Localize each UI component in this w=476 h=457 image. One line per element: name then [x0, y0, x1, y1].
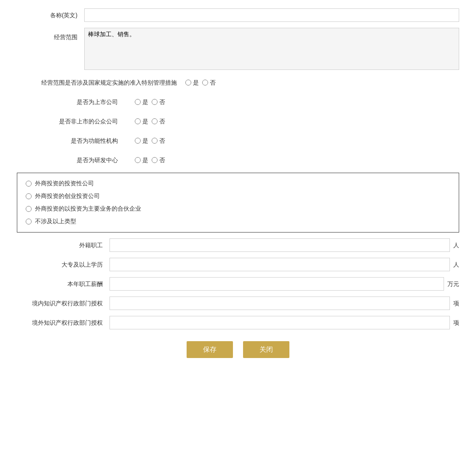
foreign-ip-row: 境外知识产权行政部门授权 项 [17, 316, 459, 329]
venture-investment-label: 外商投资的创业投资公司 [35, 192, 100, 200]
rd-center-row: 是否为研发中心 是 否 [17, 153, 459, 167]
form-container: 各称(英文) 经营范围 棒球加工、销售。 经营范围是否涉及国家规定实施的准入特别… [17, 8, 459, 358]
listed-company-row: 是否为上市公司 是 否 [17, 95, 459, 109]
listed-company-yes-radio[interactable] [135, 99, 141, 105]
special-management-radio-group: 是 否 [185, 76, 216, 89]
special-management-yes-label[interactable]: 是 [185, 76, 199, 89]
name-en-label: 各称(英文) [17, 8, 84, 22]
rd-center-yes-radio[interactable] [135, 157, 141, 163]
special-management-yes-text: 是 [193, 76, 199, 89]
partnership-investment-radio[interactable] [26, 206, 32, 212]
non-listed-public-yes-radio[interactable] [135, 118, 141, 124]
listed-company-no-text: 否 [159, 95, 165, 109]
functional-institution-radio-group: 是 否 [126, 134, 165, 147]
special-management-row: 经营范围是否涉及国家规定实施的准入特别管理措施 是 否 [17, 76, 459, 89]
functional-institution-yes-label[interactable]: 是 [135, 134, 148, 147]
non-listed-public-no-radio[interactable] [152, 118, 158, 124]
venture-investment-item[interactable]: 外商投资的创业投资公司 [26, 192, 450, 200]
functional-institution-no-radio[interactable] [152, 138, 158, 144]
functional-institution-label: 是否为功能性机构 [17, 134, 126, 147]
not-applicable-label: 不涉及以上类型 [35, 218, 76, 225]
business-scope-label: 经营范围 [17, 28, 84, 44]
functional-institution-no-text: 否 [159, 134, 165, 147]
listed-company-no-label[interactable]: 否 [152, 95, 165, 109]
not-applicable-item[interactable]: 不涉及以上类型 [26, 218, 450, 225]
domestic-ip-row: 境内知识产权行政部门授权 项 [17, 297, 459, 310]
non-listed-public-yes-text: 是 [142, 115, 148, 128]
college-degree-input[interactable] [110, 258, 450, 271]
investment-type-box: 外商投资的投资性公司 外商投资的创业投资公司 外商投资的以投资为主要业务的合伙企… [17, 173, 459, 233]
listed-company-yes-text: 是 [142, 95, 148, 109]
listed-company-yes-label[interactable]: 是 [135, 95, 148, 109]
foreign-staff-unit: 人 [450, 238, 459, 252]
non-listed-public-radio-group: 是 否 [126, 115, 165, 128]
not-applicable-radio[interactable] [26, 219, 32, 224]
partnership-investment-label: 外商投资的以投资为主要业务的合伙企业 [35, 205, 141, 213]
college-degree-unit: 人 [450, 258, 459, 271]
annual-salary-unit: 万元 [444, 277, 459, 291]
venture-investment-radio[interactable] [26, 193, 32, 199]
functional-institution-row: 是否为功能性机构 是 否 [17, 134, 459, 147]
name-en-input[interactable] [84, 8, 459, 22]
business-scope-textarea[interactable]: 棒球加工、销售。 [84, 28, 459, 70]
foreign-ip-label: 境外知识产权行政部门授权 [17, 316, 110, 329]
rd-center-no-label[interactable]: 否 [152, 153, 165, 167]
non-listed-public-yes-label[interactable]: 是 [135, 115, 148, 128]
foreign-ip-unit: 项 [450, 316, 459, 329]
close-button[interactable]: 关闭 [243, 341, 289, 358]
button-row: 保存 关闭 [17, 341, 459, 358]
partnership-investment-item[interactable]: 外商投资的以投资为主要业务的合伙企业 [26, 205, 450, 213]
listed-company-label: 是否为上市公司 [17, 95, 126, 109]
special-management-no-radio[interactable] [202, 80, 208, 86]
annual-salary-row: 本年职工薪酬 万元 [17, 277, 459, 291]
foreign-staff-input[interactable] [110, 238, 450, 252]
rd-center-yes-label[interactable]: 是 [135, 153, 148, 167]
business-scope-row: 经营范围 棒球加工、销售。 [17, 28, 459, 70]
rd-center-no-radio[interactable] [152, 157, 158, 163]
listed-company-radio-group: 是 否 [126, 95, 165, 109]
functional-institution-no-label[interactable]: 否 [152, 134, 165, 147]
non-listed-public-row: 是否非上市的公众公司 是 否 [17, 115, 459, 128]
annual-salary-label: 本年职工薪酬 [17, 277, 110, 291]
investment-company-radio[interactable] [26, 181, 32, 187]
foreign-staff-label: 外籍职工 [17, 238, 110, 252]
rd-center-yes-text: 是 [142, 153, 148, 167]
non-listed-public-no-text: 否 [159, 115, 165, 128]
domestic-ip-label: 境内知识产权行政部门授权 [17, 297, 110, 310]
functional-institution-yes-text: 是 [142, 134, 148, 147]
annual-salary-input[interactable] [110, 277, 444, 291]
save-button[interactable]: 保存 [187, 341, 233, 358]
college-degree-row: 大专及以上学历 人 [17, 258, 459, 271]
special-management-no-text: 否 [210, 76, 216, 89]
non-listed-public-no-label[interactable]: 否 [152, 115, 165, 128]
rd-center-label: 是否为研发中心 [17, 153, 126, 167]
college-degree-label: 大专及以上学历 [17, 258, 110, 271]
investment-company-item[interactable]: 外商投资的投资性公司 [26, 180, 450, 187]
rd-center-radio-group: 是 否 [126, 153, 165, 167]
listed-company-no-radio[interactable] [152, 99, 158, 105]
special-management-no-label[interactable]: 否 [202, 76, 216, 89]
rd-center-no-text: 否 [159, 153, 165, 167]
foreign-ip-input[interactable] [110, 316, 450, 329]
domestic-ip-input[interactable] [110, 297, 450, 310]
name-en-row: 各称(英文) [17, 8, 459, 22]
special-management-label: 经营范围是否涉及国家规定实施的准入特别管理措施 [17, 76, 185, 89]
foreign-staff-row: 外籍职工 人 [17, 238, 459, 252]
domestic-ip-unit: 项 [450, 297, 459, 310]
functional-institution-yes-radio[interactable] [135, 138, 141, 144]
non-listed-public-label: 是否非上市的公众公司 [17, 115, 126, 128]
investment-company-label: 外商投资的投资性公司 [35, 180, 94, 187]
special-management-yes-radio[interactable] [185, 80, 191, 86]
